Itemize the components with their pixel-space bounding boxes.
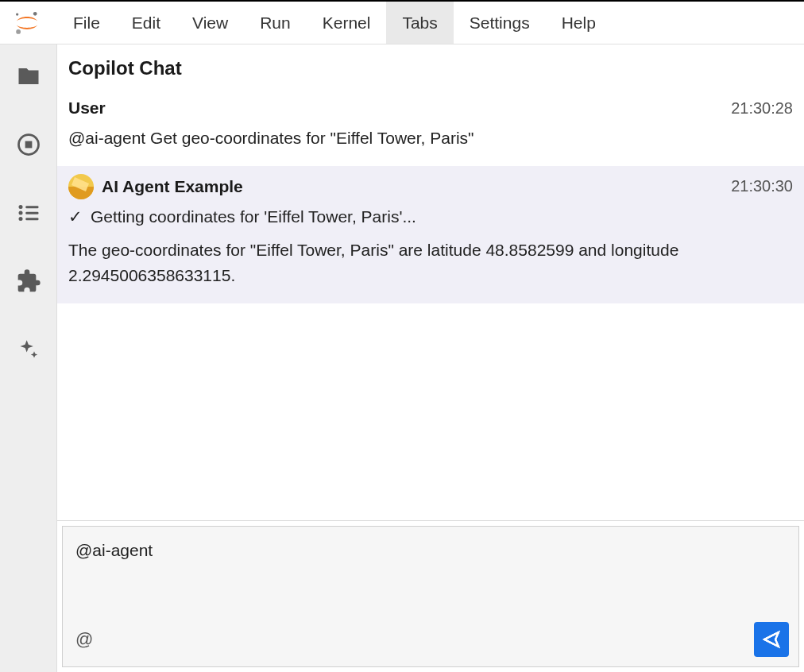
message-body: The geo-coordinates for "Eiffel Tower, P… (68, 238, 793, 289)
svg-point-1 (16, 29, 21, 34)
menu-help[interactable]: Help (546, 2, 612, 44)
svg-point-5 (18, 205, 22, 209)
composer-area: @ai-agent @ (57, 520, 804, 672)
svg-point-2 (16, 13, 18, 15)
agent-status-line: ✓ Getting coordinates for 'Eiffel Tower,… (68, 207, 793, 226)
menu-tabs[interactable]: Tabs (386, 2, 453, 44)
chat-messages[interactable]: User 21:30:28 @ai-agent Get geo-coordina… (57, 91, 804, 520)
composer-input[interactable]: @ai-agent (63, 527, 798, 616)
menu-edit[interactable]: Edit (116, 2, 176, 44)
svg-rect-4 (25, 141, 32, 149)
message-timestamp: 21:30:28 (731, 99, 793, 118)
extensions-puzzle-icon[interactable] (14, 267, 43, 295)
folder-icon[interactable] (14, 62, 43, 91)
svg-point-9 (18, 217, 22, 221)
message-body: @ai-agent Get geo-coordinates for "Eiffe… (68, 126, 793, 152)
message-timestamp: 21:30:30 (731, 177, 793, 195)
svg-rect-8 (25, 212, 38, 214)
menu-view[interactable]: View (176, 2, 244, 44)
main-panel: Copilot Chat User 21:30:28 @ai-agent Get… (57, 44, 804, 672)
menu-kernel[interactable]: Kernel (307, 2, 387, 44)
menu-settings[interactable]: Settings (454, 2, 546, 44)
message-sender: User (68, 98, 106, 118)
svg-point-0 (33, 12, 37, 16)
menu-items: File Edit View Run Kernel Tabs Settings … (57, 2, 612, 44)
sidebar (0, 44, 57, 672)
mention-button[interactable]: @ (75, 629, 93, 650)
message-sender: AI Agent Example (68, 174, 243, 199)
send-icon (762, 630, 781, 649)
composer[interactable]: @ai-agent @ (62, 526, 799, 667)
menu-run[interactable]: Run (244, 2, 307, 44)
menu-bar: File Edit View Run Kernel Tabs Settings … (0, 2, 804, 44)
agent-status-text: Getting coordinates for 'Eiffel Tower, P… (91, 207, 416, 226)
panel-title: Copilot Chat (57, 44, 804, 91)
send-button[interactable] (754, 622, 789, 657)
menu-file[interactable]: File (57, 2, 116, 44)
jupyter-logo (11, 7, 43, 39)
stop-circle-icon[interactable] (14, 130, 43, 159)
agent-avatar-icon (68, 174, 94, 199)
svg-rect-10 (25, 218, 38, 220)
svg-rect-6 (25, 206, 38, 208)
message-sender-name: AI Agent Example (102, 177, 243, 196)
chat-message-agent: AI Agent Example 21:30:30 ✓ Getting coor… (57, 166, 804, 303)
svg-point-7 (18, 211, 22, 215)
toc-list-icon[interactable] (14, 199, 43, 227)
checkmark-icon: ✓ (68, 207, 84, 226)
sparkle-icon[interactable] (14, 335, 43, 364)
chat-message-user: User 21:30:28 @ai-agent Get geo-coordina… (57, 91, 804, 166)
